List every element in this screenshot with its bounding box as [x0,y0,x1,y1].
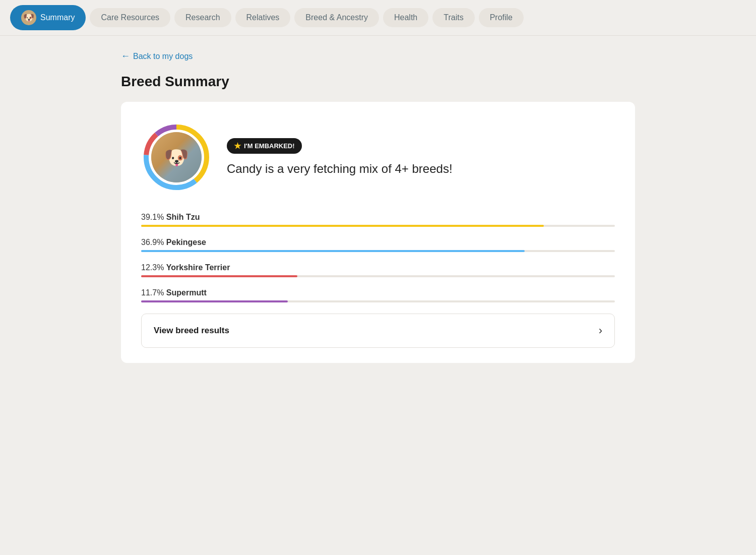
breed-bar-track-supermutt [141,300,615,302]
nav-item-traits[interactable]: Traits [432,8,474,27]
chevron-right-icon: › [599,324,602,337]
nav-label-research: Research [185,13,220,22]
back-arrow-icon: ← [121,51,130,61]
breed-label-supermutt: 11.7% Supermutt [141,288,615,297]
nav-item-care-resources[interactable]: Care Resources [90,8,170,27]
page-container: ← Back to my dogs Breed Summary [0,36,756,555]
breed-bar-fill-supermutt [141,300,288,302]
nav-label-relatives: Relatives [246,13,280,22]
breed-bar-track-shih-tzu [141,225,615,227]
nav-label-breed-ancestry: Breed & Ancestry [305,13,368,22]
breed-item-yorkshire-terrier: 12.3% Yorkshire Terrier [141,263,615,277]
embarked-badge: ★ I'M EMBARKED! [227,138,302,154]
breed-ring: 🐶 [141,122,212,193]
nav-label-summary: Summary [40,13,75,22]
breed-list: 39.1% Shih Tzu 36.9% Pekingese 12.3% Yor… [141,213,615,302]
sidebar-right [655,36,711,555]
nav-item-relatives[interactable]: Relatives [235,8,291,27]
dog-photo: 🐶 [151,132,202,182]
nav-label-care-resources: Care Resources [101,13,159,22]
breed-item-pekingese: 36.9% Pekingese [141,238,615,252]
nav-item-summary[interactable]: 🐶 Summary [10,5,86,30]
breed-bar-fill-yorkshire-terrier [141,275,297,277]
nav-item-profile[interactable]: Profile [479,8,524,27]
breed-label-yorkshire-terrier: 12.3% Yorkshire Terrier [141,263,615,272]
nav-label-profile: Profile [490,13,513,22]
view-breed-results-button[interactable]: View breed results › [141,314,615,348]
breed-bar-track-pekingese [141,250,615,252]
breed-label-pekingese: 36.9% Pekingese [141,238,615,247]
view-results-label: View breed results [154,326,229,336]
page-title: Breed Summary [121,74,635,90]
sidebar-left [45,36,101,555]
breed-item-shih-tzu: 39.1% Shih Tzu [141,213,615,227]
back-to-dogs-link[interactable]: ← Back to my dogs [121,51,635,61]
embarked-badge-label: I'M EMBARKED! [244,142,295,150]
breed-bar-fill-pekingese [141,250,525,252]
nav-label-health: Health [394,13,417,22]
dog-avatar: 🐶 [21,10,36,25]
breed-bar-fill-shih-tzu [141,225,544,227]
breed-item-supermutt: 11.7% Supermutt [141,288,615,302]
breed-summary-card: 🐶 ★ I'M EMBARKED! Candy is a very fetchi… [121,102,635,363]
breed-bar-track-yorkshire-terrier [141,275,615,277]
nav-item-health[interactable]: Health [383,8,428,27]
main-content: ← Back to my dogs Breed Summary [101,36,655,555]
navbar: 🐶 Summary Care Resources Research Relati… [0,0,756,36]
nav-label-traits: Traits [444,13,463,22]
nav-item-breed-ancestry[interactable]: Breed & Ancestry [294,8,379,27]
star-icon: ★ [234,141,241,151]
breed-label-shih-tzu: 39.1% Shih Tzu [141,213,615,222]
nav-item-research[interactable]: Research [174,8,231,27]
back-link-label: Back to my dogs [133,52,193,61]
dog-tagline: Candy is a very fetching mix of 4+ breed… [227,161,615,176]
dog-info: ★ I'M EMBARKED! Candy is a very fetching… [227,138,615,176]
dog-profile-row: 🐶 ★ I'M EMBARKED! Candy is a very fetchi… [141,122,615,193]
dog-photo-inner: 🐶 [151,132,202,182]
